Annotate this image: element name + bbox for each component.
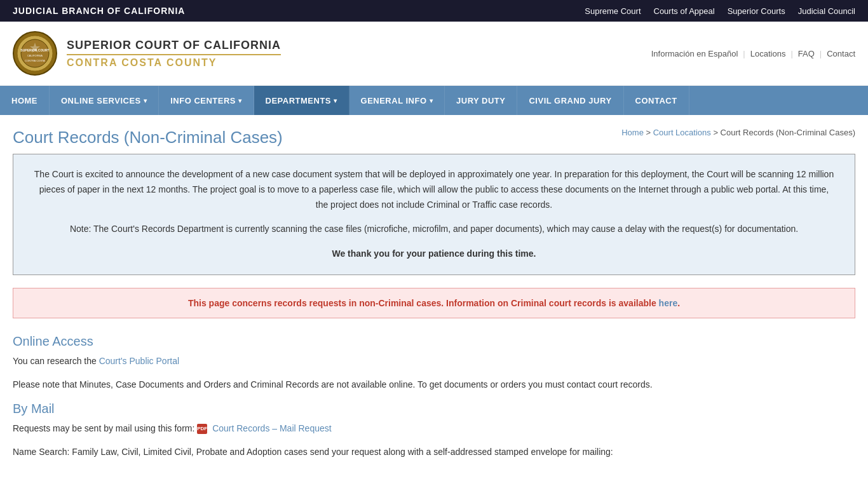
top-bar: JUDICIAL BRANCH OF CALIFORNIA Supreme Co… xyxy=(0,0,868,22)
mail-request-form-link[interactable]: Court Records – Mail Request xyxy=(212,423,332,433)
superior-courts-link[interactable]: Superior Courts xyxy=(728,6,785,16)
nav-civil-grand-jury[interactable]: CIVIL GRAND JURY xyxy=(517,86,623,115)
locations-link[interactable]: Locations xyxy=(750,49,786,58)
nav-contact[interactable]: CONTACT xyxy=(624,86,689,115)
nav-online-services[interactable]: ONLINE SERVICES ▾ xyxy=(50,86,159,115)
pdf-icon: PDF xyxy=(197,424,207,434)
online-access-section: Online Access You can research the Court… xyxy=(13,334,855,392)
courts-portal-link[interactable]: Court's Public Portal xyxy=(99,356,179,366)
alert-here-link[interactable]: here xyxy=(659,298,678,308)
court-name-text: SUPERIOR COURT OF CALIFORNIA CONTRA COST… xyxy=(67,39,281,69)
by-mail-body: Requests may be sent by mail using this … xyxy=(13,421,855,435)
spanish-link[interactable]: Información en Español xyxy=(651,49,738,58)
courts-of-appeal-link[interactable]: Courts of Appeal xyxy=(654,6,715,16)
announcement-paragraph2: Note: The Court's Records Department is … xyxy=(32,222,836,237)
online-access-note: Please note that Minutes, Case Documents… xyxy=(13,377,855,391)
by-mail-section: By Mail Requests may be sent by mail usi… xyxy=(13,402,855,459)
logo-area: SUPERIOR COURT CALIFORNIA CONTRA COSTA S… xyxy=(13,31,281,76)
court-name-line2: CONTRA COSTA COUNTY xyxy=(67,57,281,69)
court-seal: SUPERIOR COURT CALIFORNIA CONTRA COSTA xyxy=(13,31,57,76)
info-centers-dropdown-arrow: ▾ xyxy=(238,97,242,104)
online-access-body: You can research the Court's Public Port… xyxy=(13,354,855,368)
announcement-box: The Court is excited to announce the dev… xyxy=(13,154,855,275)
contact-link[interactable]: Contact xyxy=(827,49,855,58)
breadcrumb-current: Court Records (Non-Criminal Cases) xyxy=(721,128,855,137)
by-mail-title: By Mail xyxy=(13,402,855,416)
nav-departments[interactable]: DEPARTMENTS ▾ xyxy=(254,86,349,115)
svg-text:CONTRA COSTA: CONTRA COSTA xyxy=(25,59,45,62)
top-bar-links: Supreme Court Courts of Appeal Superior … xyxy=(585,6,855,16)
announcement-paragraph1: The Court is excited to announce the dev… xyxy=(32,167,836,212)
svg-text:CALIFORNIA: CALIFORNIA xyxy=(27,54,43,57)
alert-text-after: . xyxy=(677,298,680,308)
nav-jury-duty[interactable]: JURY DUTY xyxy=(445,86,517,115)
page-title: Court Records (Non-Criminal Cases) xyxy=(13,128,283,147)
announcement-paragraph3: We thank you for your patience during th… xyxy=(32,247,836,262)
supreme-court-link[interactable]: Supreme Court xyxy=(585,6,641,16)
court-name-line1: SUPERIOR COURT OF CALIFORNIA xyxy=(67,39,281,55)
judicial-branch-title: JUDICIAL BRANCH OF CALIFORNIA xyxy=(13,6,185,16)
criminal-records-alert: This page concerns records requests in n… xyxy=(13,288,855,318)
nav-general-info[interactable]: GENERAL INFO ▾ xyxy=(349,86,445,115)
header-utility-links: Información en Español | Locations | FAQ… xyxy=(651,49,855,58)
breadcrumb-area: Court Records (Non-Criminal Cases) Home … xyxy=(0,115,868,154)
breadcrumb: Home > Court Locations > Court Records (… xyxy=(621,128,855,137)
judicial-council-link[interactable]: Judicial Council xyxy=(798,6,855,16)
alert-text-before: This page concerns records requests in n… xyxy=(188,298,659,308)
by-mail-note: Name Search: Family Law, Civil, Limited … xyxy=(13,445,855,459)
main-content: The Court is excited to announce the dev… xyxy=(0,154,868,488)
faq-link[interactable]: FAQ xyxy=(798,49,815,58)
departments-dropdown-arrow: ▾ xyxy=(334,97,337,104)
nav-info-centers[interactable]: INFO CENTERS ▾ xyxy=(159,86,254,115)
general-info-dropdown-arrow: ▾ xyxy=(430,97,433,104)
breadcrumb-court-locations-link[interactable]: Court Locations xyxy=(653,128,711,137)
nav-home[interactable]: HOME xyxy=(0,86,50,115)
main-navigation: HOME ONLINE SERVICES ▾ INFO CENTERS ▾ DE… xyxy=(0,86,868,115)
header: SUPERIOR COURT CALIFORNIA CONTRA COSTA S… xyxy=(0,22,868,86)
breadcrumb-home-link[interactable]: Home xyxy=(621,128,644,137)
online-services-dropdown-arrow: ▾ xyxy=(144,97,147,104)
online-access-title: Online Access xyxy=(13,334,855,349)
